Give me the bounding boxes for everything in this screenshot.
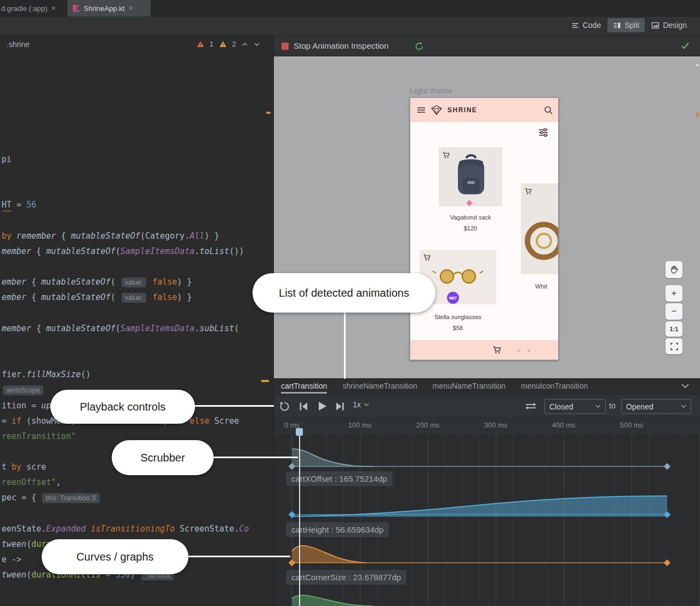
menu-icon[interactable]	[417, 107, 426, 113]
kotlin-file-icon	[73, 5, 80, 12]
error-count: 1	[210, 40, 214, 48]
code-lines: piHT = 56by remember { mutableStateOf(Ca…	[0, 53, 266, 606]
code-line: t by scre	[2, 459, 46, 475]
chevron-down-icon[interactable]	[681, 383, 690, 389]
code-line: fier.fillMaxSize()	[2, 367, 91, 382]
close-icon[interactable]: ×	[51, 4, 56, 12]
skip-to-start-button[interactable]	[299, 402, 308, 411]
tick-label: 500 ms	[607, 421, 656, 429]
from-state-dropdown[interactable]: Closed	[544, 399, 606, 414]
backpack-illustration	[451, 154, 491, 201]
play-button[interactable]	[317, 401, 328, 412]
next-warning-icon[interactable]	[254, 42, 260, 47]
callout-connector	[344, 307, 346, 379]
warning-triangle-icon	[219, 41, 227, 48]
zoom-fit-button[interactable]	[665, 338, 682, 354]
code-line: aintsScope	[2, 382, 44, 397]
pink-accent	[466, 200, 472, 206]
product-info: Vagabond sack $120	[428, 214, 513, 232]
curve-label-cartHeight: cartHeight : 56.659634dp	[286, 522, 389, 537]
swap-states-icon[interactable]	[525, 402, 537, 411]
tick-label: 200 ms	[403, 421, 452, 429]
product-image-backpack[interactable]	[439, 147, 502, 206]
zoom-in-button[interactable]: +	[665, 285, 682, 302]
belt-illustration	[522, 211, 559, 271]
add-to-cart-icon[interactable]	[423, 253, 431, 262]
anim-tab-cartTransition[interactable]: cartTransition	[281, 378, 327, 395]
search-icon[interactable]	[544, 106, 553, 114]
design-icon	[651, 21, 659, 30]
speed-value: 1x	[353, 400, 361, 409]
shrine-logo-icon	[431, 105, 442, 115]
pan-hand-button[interactable]	[665, 261, 682, 278]
code-icon	[571, 21, 579, 30]
code-line: e ->	[2, 552, 21, 567]
to-state-dropdown[interactable]: Opened	[621, 399, 691, 414]
product-info: Stella sunglasses $58	[420, 314, 496, 331]
stripe-mark[interactable]	[696, 64, 699, 66]
prev-warning-icon[interactable]	[242, 42, 248, 47]
mode-code-label: Code	[583, 21, 601, 30]
curve-label-cartXOffset: cartXOffset : 165.75214dp	[286, 471, 393, 486]
scrubber-handle[interactable]	[296, 428, 303, 436]
add-to-cart-icon[interactable]	[442, 151, 450, 159]
shrine-app-preview: SHRINE	[410, 97, 559, 360]
android-studio-window: d.gradle (:app) × ShrineApp.kt × Code Sp…	[0, 0, 700, 606]
shrine-app-bar: SHRINE	[410, 98, 559, 122]
code-editor: .shrine 1 2 piHT = 56by remember { mutab…	[0, 36, 274, 606]
cart-bottom-bar[interactable]	[410, 340, 559, 360]
breadcrumb[interactable]: .shrine	[7, 40, 30, 49]
filter-tune-icon[interactable]	[538, 128, 548, 137]
skip-to-end-button[interactable]	[335, 402, 345, 411]
fit-screen-icon	[670, 343, 678, 350]
tab-shrineapp-label: ShrineApp.kt	[84, 4, 124, 13]
tick-label: 100 ms	[335, 421, 385, 429]
anim-tab-shrineNameTransition[interactable]: shrineNameTransition	[342, 378, 417, 395]
add-to-cart-icon[interactable]	[524, 187, 532, 195]
chevron-down-icon	[364, 403, 369, 407]
product-name: Stella sunglasses	[420, 314, 496, 320]
tab-shrineapp[interactable]: ShrineApp.kt ×	[67, 0, 151, 16]
animation-tabs: cartTransition shrineNameTransition menu…	[274, 378, 700, 395]
indicator-dot	[527, 349, 530, 352]
code-line: by remember { mutableStateOf(Category.Al…	[2, 228, 219, 244]
code-line: pec = { this: Transition.S	[2, 490, 101, 505]
code-line: reenTransition"	[2, 429, 76, 444]
hand-icon	[670, 266, 679, 274]
mode-design-button[interactable]: Design	[646, 18, 692, 32]
product-name: Vagabond sack	[428, 214, 513, 221]
callout-connector	[186, 556, 290, 557]
mode-code-button[interactable]: Code	[566, 18, 606, 32]
chevron-down-icon	[595, 405, 601, 408]
tab-gradle[interactable]: d.gradle (:app) ×	[0, 0, 66, 16]
anim-tab-menuNameTransition[interactable]: menuNameTransition	[433, 378, 506, 395]
brand-badge: MBT	[447, 292, 459, 304]
anim-tab-menuIconTransition[interactable]: menuIconTransition	[521, 378, 588, 395]
cart-icon[interactable]	[492, 345, 502, 355]
callout-curves-graphs: Curves / graphs	[42, 539, 188, 574]
to-label: to	[609, 401, 616, 410]
scrubber-line[interactable]	[299, 431, 300, 606]
callout-connector	[192, 405, 274, 407]
mode-split-button[interactable]: Split	[607, 18, 645, 32]
stop-animation-label[interactable]: Stop Animation Inspection	[294, 41, 388, 50]
playback-speed-dropdown[interactable]: 1x	[353, 400, 369, 409]
product-image-belt[interactable]	[521, 183, 559, 274]
warning-stripe-mark[interactable]	[261, 380, 269, 382]
from-state-value: Closed	[549, 402, 573, 411]
close-icon[interactable]: ×	[128, 4, 133, 12]
stop-icon[interactable]	[282, 43, 289, 50]
zoom-out-button[interactable]: −	[665, 303, 682, 320]
refresh-icon[interactable]	[414, 41, 424, 51]
editor-tab-bar: d.gradle (:app) × ShrineApp.kt ×	[0, 0, 700, 16]
to-state-value: Opened	[626, 402, 653, 411]
stripe-mark[interactable]	[696, 112, 699, 117]
zoom-actual-button[interactable]: 1:1	[665, 321, 682, 337]
sunglasses-illustration	[432, 268, 484, 286]
warning-stripe-mark[interactable]	[266, 112, 271, 114]
replay-button[interactable]	[279, 401, 290, 412]
compose-preview-surface: Light theme SHRINE	[274, 56, 700, 378]
code-line: ember { mutableStateOf( value: false) }	[2, 290, 192, 305]
shrine-title: SHRINE	[447, 106, 477, 114]
inspection-widget: 1 2	[197, 40, 267, 48]
